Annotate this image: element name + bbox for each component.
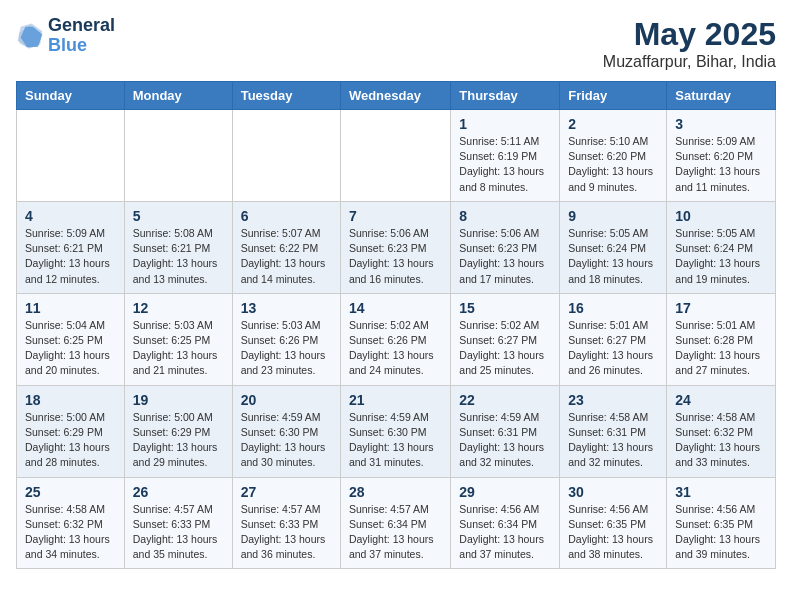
day-info: Sunrise: 5:09 AM Sunset: 6:20 PM Dayligh… xyxy=(675,134,767,195)
day-info: Sunrise: 4:59 AM Sunset: 6:30 PM Dayligh… xyxy=(241,410,332,471)
month-title: May 2025 xyxy=(603,16,776,53)
calendar-cell: 10Sunrise: 5:05 AM Sunset: 6:24 PM Dayli… xyxy=(667,201,776,293)
logo: General Blue xyxy=(16,16,115,56)
calendar-cell: 25Sunrise: 4:58 AM Sunset: 6:32 PM Dayli… xyxy=(17,477,125,569)
day-number: 8 xyxy=(459,208,551,224)
location-title: Muzaffarpur, Bihar, India xyxy=(603,53,776,71)
calendar-cell xyxy=(232,110,340,202)
calendar-table: SundayMondayTuesdayWednesdayThursdayFrid… xyxy=(16,81,776,569)
calendar-cell: 29Sunrise: 4:56 AM Sunset: 6:34 PM Dayli… xyxy=(451,477,560,569)
calendar-cell: 16Sunrise: 5:01 AM Sunset: 6:27 PM Dayli… xyxy=(560,293,667,385)
calendar-cell: 11Sunrise: 5:04 AM Sunset: 6:25 PM Dayli… xyxy=(17,293,125,385)
calendar-week-1: 4Sunrise: 5:09 AM Sunset: 6:21 PM Daylig… xyxy=(17,201,776,293)
day-info: Sunrise: 5:05 AM Sunset: 6:24 PM Dayligh… xyxy=(568,226,658,287)
day-number: 20 xyxy=(241,392,332,408)
calendar-cell: 24Sunrise: 4:58 AM Sunset: 6:32 PM Dayli… xyxy=(667,385,776,477)
day-number: 31 xyxy=(675,484,767,500)
day-number: 19 xyxy=(133,392,224,408)
calendar-cell: 28Sunrise: 4:57 AM Sunset: 6:34 PM Dayli… xyxy=(340,477,450,569)
day-number: 7 xyxy=(349,208,442,224)
calendar-body: 1Sunrise: 5:11 AM Sunset: 6:19 PM Daylig… xyxy=(17,110,776,569)
header-cell-friday: Friday xyxy=(560,82,667,110)
day-number: 15 xyxy=(459,300,551,316)
calendar-cell: 4Sunrise: 5:09 AM Sunset: 6:21 PM Daylig… xyxy=(17,201,125,293)
logo-line2: Blue xyxy=(48,36,115,56)
day-number: 30 xyxy=(568,484,658,500)
day-info: Sunrise: 4:57 AM Sunset: 6:34 PM Dayligh… xyxy=(349,502,442,563)
header-cell-tuesday: Tuesday xyxy=(232,82,340,110)
day-number: 9 xyxy=(568,208,658,224)
calendar-cell xyxy=(17,110,125,202)
calendar-cell xyxy=(340,110,450,202)
day-info: Sunrise: 4:57 AM Sunset: 6:33 PM Dayligh… xyxy=(241,502,332,563)
day-info: Sunrise: 5:03 AM Sunset: 6:26 PM Dayligh… xyxy=(241,318,332,379)
day-info: Sunrise: 4:59 AM Sunset: 6:31 PM Dayligh… xyxy=(459,410,551,471)
day-number: 17 xyxy=(675,300,767,316)
title-block: May 2025 Muzaffarpur, Bihar, India xyxy=(603,16,776,71)
day-info: Sunrise: 5:06 AM Sunset: 6:23 PM Dayligh… xyxy=(349,226,442,287)
header-cell-monday: Monday xyxy=(124,82,232,110)
calendar-cell xyxy=(124,110,232,202)
day-info: Sunrise: 4:58 AM Sunset: 6:32 PM Dayligh… xyxy=(675,410,767,471)
day-info: Sunrise: 5:01 AM Sunset: 6:27 PM Dayligh… xyxy=(568,318,658,379)
calendar-cell: 31Sunrise: 4:56 AM Sunset: 6:35 PM Dayli… xyxy=(667,477,776,569)
calendar-cell: 18Sunrise: 5:00 AM Sunset: 6:29 PM Dayli… xyxy=(17,385,125,477)
day-info: Sunrise: 4:56 AM Sunset: 6:35 PM Dayligh… xyxy=(568,502,658,563)
calendar-cell: 26Sunrise: 4:57 AM Sunset: 6:33 PM Dayli… xyxy=(124,477,232,569)
day-number: 11 xyxy=(25,300,116,316)
day-info: Sunrise: 4:58 AM Sunset: 6:32 PM Dayligh… xyxy=(25,502,116,563)
calendar-cell: 15Sunrise: 5:02 AM Sunset: 6:27 PM Dayli… xyxy=(451,293,560,385)
calendar-cell: 27Sunrise: 4:57 AM Sunset: 6:33 PM Dayli… xyxy=(232,477,340,569)
day-info: Sunrise: 5:00 AM Sunset: 6:29 PM Dayligh… xyxy=(133,410,224,471)
header-cell-wednesday: Wednesday xyxy=(340,82,450,110)
day-info: Sunrise: 5:06 AM Sunset: 6:23 PM Dayligh… xyxy=(459,226,551,287)
day-info: Sunrise: 5:08 AM Sunset: 6:21 PM Dayligh… xyxy=(133,226,224,287)
day-number: 2 xyxy=(568,116,658,132)
calendar-cell: 22Sunrise: 4:59 AM Sunset: 6:31 PM Dayli… xyxy=(451,385,560,477)
logo-icon xyxy=(16,22,44,50)
calendar-cell: 2Sunrise: 5:10 AM Sunset: 6:20 PM Daylig… xyxy=(560,110,667,202)
day-number: 14 xyxy=(349,300,442,316)
day-number: 5 xyxy=(133,208,224,224)
calendar-cell: 13Sunrise: 5:03 AM Sunset: 6:26 PM Dayli… xyxy=(232,293,340,385)
day-info: Sunrise: 4:59 AM Sunset: 6:30 PM Dayligh… xyxy=(349,410,442,471)
calendar-week-2: 11Sunrise: 5:04 AM Sunset: 6:25 PM Dayli… xyxy=(17,293,776,385)
calendar-cell: 23Sunrise: 4:58 AM Sunset: 6:31 PM Dayli… xyxy=(560,385,667,477)
day-info: Sunrise: 5:02 AM Sunset: 6:26 PM Dayligh… xyxy=(349,318,442,379)
day-number: 24 xyxy=(675,392,767,408)
logo-line1: General xyxy=(48,16,115,36)
calendar-cell: 19Sunrise: 5:00 AM Sunset: 6:29 PM Dayli… xyxy=(124,385,232,477)
day-number: 26 xyxy=(133,484,224,500)
day-info: Sunrise: 4:57 AM Sunset: 6:33 PM Dayligh… xyxy=(133,502,224,563)
day-number: 27 xyxy=(241,484,332,500)
calendar-cell: 1Sunrise: 5:11 AM Sunset: 6:19 PM Daylig… xyxy=(451,110,560,202)
calendar-cell: 21Sunrise: 4:59 AM Sunset: 6:30 PM Dayli… xyxy=(340,385,450,477)
calendar-cell: 9Sunrise: 5:05 AM Sunset: 6:24 PM Daylig… xyxy=(560,201,667,293)
calendar-cell: 5Sunrise: 5:08 AM Sunset: 6:21 PM Daylig… xyxy=(124,201,232,293)
day-number: 13 xyxy=(241,300,332,316)
day-info: Sunrise: 5:02 AM Sunset: 6:27 PM Dayligh… xyxy=(459,318,551,379)
day-info: Sunrise: 5:09 AM Sunset: 6:21 PM Dayligh… xyxy=(25,226,116,287)
calendar-week-0: 1Sunrise: 5:11 AM Sunset: 6:19 PM Daylig… xyxy=(17,110,776,202)
day-number: 6 xyxy=(241,208,332,224)
day-info: Sunrise: 4:56 AM Sunset: 6:35 PM Dayligh… xyxy=(675,502,767,563)
day-number: 28 xyxy=(349,484,442,500)
calendar-cell: 17Sunrise: 5:01 AM Sunset: 6:28 PM Dayli… xyxy=(667,293,776,385)
day-number: 29 xyxy=(459,484,551,500)
day-number: 23 xyxy=(568,392,658,408)
day-number: 16 xyxy=(568,300,658,316)
day-number: 1 xyxy=(459,116,551,132)
day-info: Sunrise: 5:04 AM Sunset: 6:25 PM Dayligh… xyxy=(25,318,116,379)
logo-text: General Blue xyxy=(48,16,115,56)
header-row: SundayMondayTuesdayWednesdayThursdayFrid… xyxy=(17,82,776,110)
header-cell-thursday: Thursday xyxy=(451,82,560,110)
header-cell-sunday: Sunday xyxy=(17,82,125,110)
page-header: General Blue May 2025 Muzaffarpur, Bihar… xyxy=(16,16,776,71)
day-info: Sunrise: 5:00 AM Sunset: 6:29 PM Dayligh… xyxy=(25,410,116,471)
header-cell-saturday: Saturday xyxy=(667,82,776,110)
day-info: Sunrise: 4:56 AM Sunset: 6:34 PM Dayligh… xyxy=(459,502,551,563)
calendar-cell: 30Sunrise: 4:56 AM Sunset: 6:35 PM Dayli… xyxy=(560,477,667,569)
day-number: 22 xyxy=(459,392,551,408)
day-number: 18 xyxy=(25,392,116,408)
calendar-cell: 6Sunrise: 5:07 AM Sunset: 6:22 PM Daylig… xyxy=(232,201,340,293)
